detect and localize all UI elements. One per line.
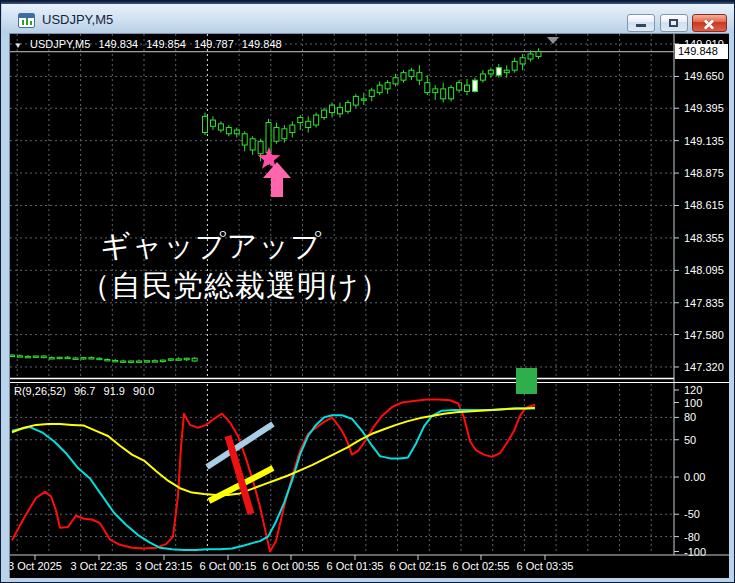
chart-window-icon xyxy=(18,13,35,28)
time-axis-label[interactable]: 3 Oct 23:15 xyxy=(136,560,193,572)
candle-body xyxy=(97,358,102,359)
candle-body xyxy=(49,358,54,359)
expand-arrow-icon[interactable]: ▼ xyxy=(14,41,22,50)
indicator-axis-label[interactable]: 100 xyxy=(684,397,702,409)
time-axis-label[interactable]: 3 Oct 22:35 xyxy=(71,560,128,572)
candle-body xyxy=(496,68,501,75)
candle-body xyxy=(488,70,493,74)
candle-body xyxy=(433,89,438,93)
text-annotation[interactable]: ギャップアップ （自民党総裁選明け） xyxy=(80,226,391,306)
candle-body xyxy=(266,123,271,153)
candle-body xyxy=(520,58,525,64)
candle-body xyxy=(314,115,319,125)
candle-body xyxy=(274,128,279,142)
candle-body xyxy=(385,83,390,89)
candle-body xyxy=(480,74,485,80)
candle-body xyxy=(449,88,454,99)
candle-body xyxy=(105,359,110,360)
candle-body xyxy=(425,83,430,93)
candle-body xyxy=(401,73,406,80)
candle-body xyxy=(203,116,208,132)
candle-body xyxy=(528,54,533,59)
candle-body xyxy=(57,357,62,358)
candle-body xyxy=(330,105,335,112)
indicator-axis-label[interactable]: -80 xyxy=(684,531,700,543)
candle-body xyxy=(361,99,366,100)
candle-body xyxy=(512,61,517,70)
candle-body xyxy=(210,120,215,126)
time-axis-label[interactable]: 3 Oct 2025 xyxy=(10,560,62,572)
restore-icon xyxy=(669,19,678,27)
candle-body xyxy=(168,359,173,360)
price-axis-label[interactable]: 148.355 xyxy=(684,232,724,244)
candle-body xyxy=(17,356,22,357)
candle-body xyxy=(282,129,287,139)
time-axis-label[interactable]: 6 Oct 02:15 xyxy=(390,560,447,572)
symbol-period-label: USDJPY,M5 xyxy=(30,38,90,50)
candle-body xyxy=(184,358,189,359)
indicator-axis-label[interactable]: 120 xyxy=(684,384,702,396)
candle-body xyxy=(250,139,255,150)
indicator-line-rci-26 xyxy=(12,409,535,551)
candle-body xyxy=(152,361,157,362)
time-axis-label[interactable]: 6 Oct 03:35 xyxy=(517,560,574,572)
candle-body xyxy=(176,359,181,360)
price-axis-label[interactable]: 147.835 xyxy=(684,297,724,309)
restore-button[interactable] xyxy=(660,14,688,32)
candle-body xyxy=(472,80,477,91)
candle-body xyxy=(113,360,118,361)
titlebar[interactable]: USDJPY,M5 xyxy=(2,4,735,33)
indicator-header: R(9,26,52) 96.7 91.9 90.0 xyxy=(14,385,159,397)
price-axis-label[interactable]: 147.580 xyxy=(684,329,724,341)
chart-client-area[interactable]: 149.910149.650149.395149.135148.875148.6… xyxy=(9,33,729,578)
candle-body xyxy=(137,361,142,362)
indicator-line-rci-9 xyxy=(12,400,535,552)
price-axis-label[interactable]: 147.320 xyxy=(684,361,724,373)
candle-body xyxy=(353,96,358,105)
price-axis-label[interactable]: 149.395 xyxy=(684,102,724,114)
candle-body xyxy=(121,361,126,362)
close-value: 149.848 xyxy=(242,38,282,50)
candle-body xyxy=(89,358,94,359)
indicator-axis-label[interactable]: 80 xyxy=(684,411,696,423)
candle-body xyxy=(441,89,446,99)
chart-shift-marker-icon[interactable] xyxy=(547,37,559,44)
candle-body xyxy=(33,356,38,357)
price-axis-label[interactable]: 148.875 xyxy=(684,167,724,179)
indicator-axis-label[interactable]: 0.00 xyxy=(684,471,705,483)
candle-body xyxy=(129,361,134,362)
time-axis-label[interactable]: 6 Oct 00:15 xyxy=(200,560,257,572)
indicator-value-3: 90.0 xyxy=(133,385,154,397)
candle-body xyxy=(226,128,231,134)
candle-body xyxy=(41,356,46,358)
price-axis-label[interactable]: 149.650 xyxy=(684,70,724,82)
annotation-line-2: （自民党総裁選明け） xyxy=(80,266,391,306)
indicator-value-1: 96.7 xyxy=(74,385,95,397)
price-axis-label[interactable]: 148.095 xyxy=(684,264,724,276)
minimize-button[interactable] xyxy=(627,14,655,32)
candle-body xyxy=(536,52,541,57)
green-square-marker[interactable] xyxy=(516,368,537,394)
time-axis-label[interactable]: 6 Oct 01:35 xyxy=(327,560,384,572)
time-axis-label[interactable]: 6 Oct 00:55 xyxy=(263,560,320,572)
candle-body xyxy=(81,358,86,359)
chart-canvas[interactable]: 149.910149.650149.395149.135148.875148.6… xyxy=(10,34,729,578)
chart-window: USDJPY,M5 149.910149.650149.395149.13514… xyxy=(0,0,735,583)
close-button[interactable] xyxy=(692,14,727,32)
price-axis-label[interactable]: 149.135 xyxy=(684,135,724,147)
ohlc-header: ▼ USDJPY,M5 149.834 149.854 149.787 149.… xyxy=(14,38,287,50)
indicator-name-label: R(9,26,52) xyxy=(14,385,66,397)
trend-line-blue[interactable] xyxy=(207,424,273,467)
indicator-line-rci-52 xyxy=(12,408,535,495)
candle-body xyxy=(465,85,470,91)
indicator-axis-label[interactable]: -50 xyxy=(684,508,700,520)
open-value: 149.834 xyxy=(98,38,138,50)
annotation-line-1: ギャップアップ xyxy=(80,226,391,266)
time-axis-label[interactable]: 6 Oct 02:55 xyxy=(453,560,510,572)
indicator-axis-label[interactable]: 50 xyxy=(684,434,696,446)
indicator-axis-label[interactable]: -100 xyxy=(684,546,706,558)
price-axis-label[interactable]: 148.615 xyxy=(684,199,724,211)
current-price-tag: 149.848 xyxy=(675,44,728,59)
up-arrow-marker-icon[interactable] xyxy=(263,162,291,197)
candle-body xyxy=(258,141,263,153)
